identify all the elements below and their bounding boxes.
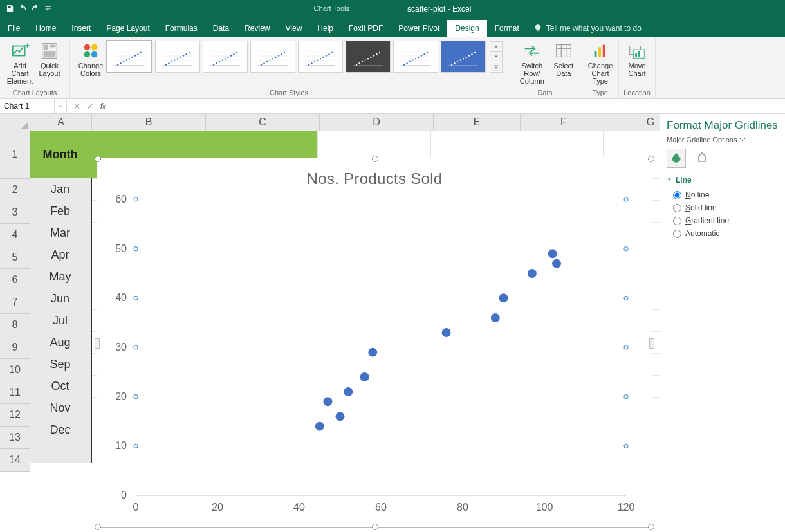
chart-style-thumb[interactable] (155, 41, 200, 73)
cancel-icon[interactable]: ✕ (73, 102, 80, 111)
tab-foxit-pdf[interactable]: Foxit PDF (341, 20, 391, 37)
row-header[interactable]: 5 (0, 246, 30, 269)
cell[interactable]: Jan (30, 178, 92, 201)
change-colors-button[interactable]: Change Colors (75, 40, 106, 77)
resize-handle-se[interactable] (648, 524, 654, 530)
chart-style-thumb[interactable] (298, 41, 343, 73)
column-header[interactable]: D (320, 114, 434, 131)
name-box[interactable]: Chart 1 (0, 99, 55, 113)
cell[interactable]: Aug (30, 331, 92, 354)
line-section-header[interactable]: Line (667, 173, 779, 188)
tab-format[interactable]: Format (487, 20, 527, 37)
cell[interactable] (30, 441, 92, 463)
resize-handle-ne[interactable] (648, 156, 654, 162)
column-header[interactable]: C (206, 114, 320, 131)
gallery-up-icon[interactable] (490, 42, 502, 52)
embedded-chart[interactable]: Nos. Products Sold 010203040506002040608… (97, 158, 652, 528)
tell-me-search[interactable]: Tell me what you want to do (527, 24, 648, 37)
tab-review[interactable]: Review (237, 20, 277, 37)
resize-handle-w[interactable] (95, 338, 100, 349)
radio-gradient-line[interactable]: Gradient line (667, 214, 779, 227)
cell[interactable]: Month (30, 131, 92, 179)
chart-style-thumb[interactable] (106, 40, 152, 73)
row-header[interactable]: 8 (0, 314, 30, 336)
chart-style-thumb[interactable] (441, 41, 486, 73)
svg-text:10: 10 (115, 440, 127, 451)
row-header[interactable]: 3 (0, 201, 30, 224)
row-header[interactable]: 2 (0, 179, 30, 201)
column-header[interactable]: F (521, 114, 607, 131)
row-header[interactable]: 4 (0, 224, 30, 246)
tab-home[interactable]: Home (28, 20, 64, 37)
row-header[interactable]: 7 (0, 291, 30, 314)
row-header[interactable]: 12 (0, 404, 30, 427)
tab-view[interactable]: View (278, 20, 310, 37)
resize-handle-s[interactable] (372, 524, 378, 530)
chart-style-thumb[interactable] (393, 41, 438, 73)
radio-solid-line[interactable]: Solid line (667, 201, 779, 214)
row-header[interactable]: 10 (0, 359, 30, 381)
customize-qat-icon[interactable] (44, 4, 53, 15)
tab-insert[interactable]: Insert (64, 20, 98, 37)
resize-handle-nw[interactable] (95, 156, 101, 162)
select-data-button[interactable]: Select Data (551, 40, 577, 77)
select-all-button[interactable] (0, 114, 30, 131)
pane-options-dropdown[interactable]: Major Gridline Options (667, 136, 779, 149)
tab-formulas[interactable]: Formulas (158, 20, 205, 37)
move-chart-button[interactable]: Move Chart (624, 40, 650, 77)
effects-icon[interactable] (692, 149, 712, 168)
chart-plot-area[interactable]: 0102030405060020406080100120 (97, 193, 652, 521)
radio-no-line[interactable]: No line (667, 188, 779, 201)
gallery-more-icon[interactable] (490, 62, 502, 72)
cell[interactable]: Oct (30, 375, 92, 398)
quick-layout-button[interactable]: Quick Layout (35, 40, 64, 77)
fill-line-icon[interactable] (667, 149, 686, 168)
cell[interactable]: Jul (30, 309, 92, 332)
cell[interactable]: Sep (30, 353, 92, 376)
cell[interactable]: Nov (30, 397, 92, 419)
tab-help[interactable]: Help (309, 20, 341, 37)
cell[interactable]: Mar (30, 222, 92, 244)
change-chart-type-button[interactable]: Change Chart Type (587, 40, 613, 85)
add-chart-element-button[interactable]: + Add Chart Element (5, 40, 35, 85)
enter-icon[interactable]: ✓ (87, 102, 94, 111)
column-header[interactable]: E (434, 114, 521, 131)
tab-power-pivot[interactable]: Power Pivot (391, 20, 447, 37)
row-header[interactable]: 11 (0, 381, 30, 404)
resize-handle-n[interactable] (372, 156, 378, 162)
chart-title[interactable]: Nos. Products Sold (97, 158, 652, 193)
save-icon[interactable] (5, 4, 14, 15)
resize-handle-e[interactable] (649, 338, 654, 349)
cell[interactable]: Jun (30, 288, 92, 310)
fx-icon[interactable]: fx (100, 102, 106, 111)
cell[interactable]: May (30, 266, 92, 288)
redo-icon[interactable] (31, 4, 40, 15)
cell[interactable]: Apr (30, 244, 92, 266)
column-header[interactable]: A (30, 114, 92, 131)
switch-row-column-button[interactable]: Switch Row/ Column (513, 40, 551, 85)
radio-automatic[interactable]: Automatic (667, 227, 779, 240)
row-header[interactable]: 13 (0, 427, 30, 449)
tab-data[interactable]: Data (205, 20, 237, 37)
svg-point-107 (474, 52, 476, 53)
row-header[interactable]: 1 (0, 131, 30, 179)
chart-style-thumb[interactable] (203, 41, 248, 73)
chart-styles-gallery (106, 40, 503, 73)
cell[interactable]: Feb (30, 200, 92, 223)
chart-style-thumb[interactable] (250, 41, 295, 73)
resize-handle-sw[interactable] (95, 524, 101, 530)
undo-icon[interactable] (18, 4, 27, 15)
column-header[interactable]: G (607, 114, 660, 131)
cell[interactable]: Dec (30, 419, 92, 441)
row-header[interactable]: 6 (0, 269, 30, 291)
gallery-down-icon[interactable] (490, 52, 502, 62)
name-box-dropdown[interactable] (55, 99, 67, 113)
row-header[interactable]: 9 (0, 336, 30, 359)
tab-file[interactable]: File (0, 20, 28, 37)
column-header[interactable]: B (92, 114, 206, 131)
row-header[interactable]: 14 (0, 449, 30, 472)
svg-point-66 (308, 64, 309, 65)
tab-page-layout[interactable]: Page Layout (98, 20, 157, 37)
tab-design[interactable]: Design (447, 20, 486, 37)
chart-style-thumb[interactable] (346, 41, 391, 73)
